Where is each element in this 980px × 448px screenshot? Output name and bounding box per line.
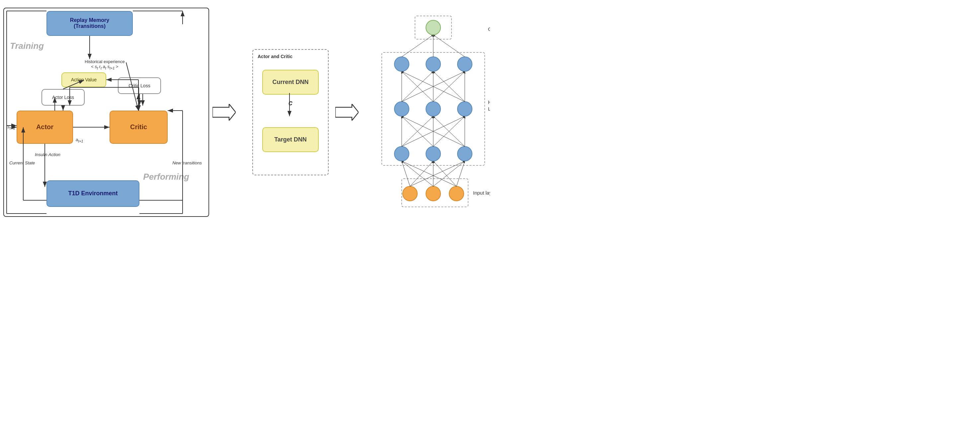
ac-label: Actor and Critic [258, 54, 293, 59]
action-value-text: Action Value [71, 77, 97, 82]
actor-text: Actor [36, 123, 53, 131]
svg-point-54 [426, 147, 441, 161]
svg-line-64 [433, 161, 465, 186]
svg-line-65 [402, 161, 457, 186]
svg-line-88 [433, 35, 465, 57]
actor-box: Actor [17, 111, 73, 144]
svg-point-51 [426, 102, 441, 116]
svg-marker-37 [335, 104, 358, 121]
action-value-box: Action Value [61, 72, 106, 87]
svg-line-61 [410, 161, 465, 186]
insulin-action-label: Insulin Action [35, 152, 60, 157]
training-label: Training [10, 41, 44, 51]
svg-point-55 [457, 147, 472, 161]
current-state-label: Current State [9, 160, 35, 166]
replay-memory-text: Replay Memory(Transitions) [70, 17, 109, 29]
svg-marker-34 [212, 104, 236, 121]
nn-svg: Output layer Hidden Layer L1, L2, L3 Inp… [375, 9, 490, 218]
svg-text:Hidden Layer: Hidden Layer [488, 99, 490, 105]
svg-point-50 [395, 102, 409, 116]
svg-point-49 [457, 57, 472, 72]
left-diagram: Training Replay Memory(Transitions) Hist… [3, 8, 209, 217]
st1-label: st+1 [7, 124, 15, 130]
critic-loss-text: Critic Loss [129, 83, 150, 88]
svg-text:Output layer: Output layer [488, 26, 490, 32]
t1d-env-text: T1D Environment [68, 190, 118, 197]
new-transitions-label: New transitions [172, 160, 202, 166]
middle-arrow-svg [286, 93, 293, 120]
current-dnn-text: Current DNN [272, 79, 309, 86]
main-container: Training Replay Memory(Transitions) Hist… [0, 0, 490, 224]
at1-label: at+1 [76, 137, 83, 143]
right-diagram: Output layer Hidden Layer L1, L2, L3 Inp… [375, 9, 490, 215]
svg-line-66 [433, 161, 457, 186]
svg-line-59 [402, 161, 410, 186]
target-dnn-text: Target DNN [274, 136, 307, 143]
actor-loss-box: Actor Loss [41, 89, 85, 105]
target-dnn-box: Target DNN [262, 127, 319, 152]
svg-point-46 [426, 20, 441, 35]
critic-loss-box: Critic Loss [118, 77, 161, 94]
svg-line-62 [402, 161, 433, 186]
svg-line-67 [457, 161, 465, 186]
critic-text: Critic [130, 123, 147, 131]
svg-text:Input layer: Input layer [473, 190, 490, 196]
middle-diagram: Actor and Critic Current DNN c Target DN… [252, 49, 329, 175]
svg-point-53 [395, 147, 409, 161]
svg-point-56 [402, 186, 417, 201]
svg-line-60 [410, 161, 433, 186]
svg-text:L1, L2, L3: L1, L2, L3 [488, 106, 490, 112]
actor-loss-text: Actor Loss [52, 95, 74, 100]
big-arrow-svg [212, 104, 236, 121]
performing-label: Performing [143, 172, 189, 182]
svg-point-48 [426, 57, 441, 72]
svg-point-52 [457, 102, 472, 116]
svg-point-57 [426, 186, 441, 201]
left-to-middle-arrow [212, 104, 236, 121]
replay-memory-box: Replay Memory(Transitions) [46, 11, 133, 36]
t1d-env-box: T1D Environment [46, 180, 140, 207]
big-arrow2-svg [335, 104, 358, 121]
hist-experience-label: Historical experience< st rt at st+1 > [85, 59, 125, 70]
svg-point-58 [449, 186, 464, 201]
svg-point-47 [395, 57, 409, 72]
critic-box: Critic [110, 111, 168, 144]
current-dnn-box: Current DNN [262, 70, 319, 95]
svg-line-86 [402, 35, 433, 57]
middle-to-right-arrow [335, 104, 358, 121]
